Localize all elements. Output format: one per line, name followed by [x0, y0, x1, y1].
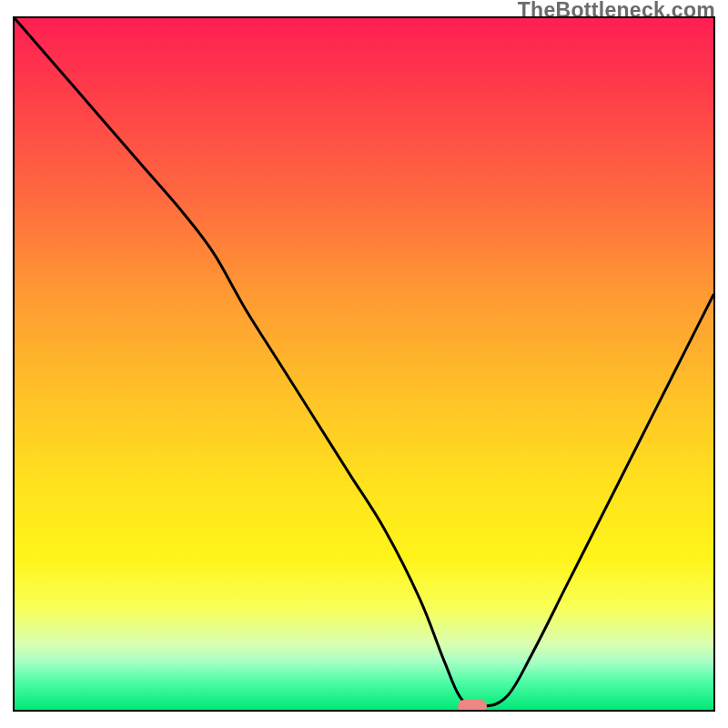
bottleneck-curve-line — [15, 18, 713, 707]
optimal-marker — [458, 700, 487, 712]
bottleneck-chart: TheBottleneck.com — [0, 0, 728, 728]
curve-svg — [15, 18, 713, 710]
plot-area — [13, 16, 715, 712]
